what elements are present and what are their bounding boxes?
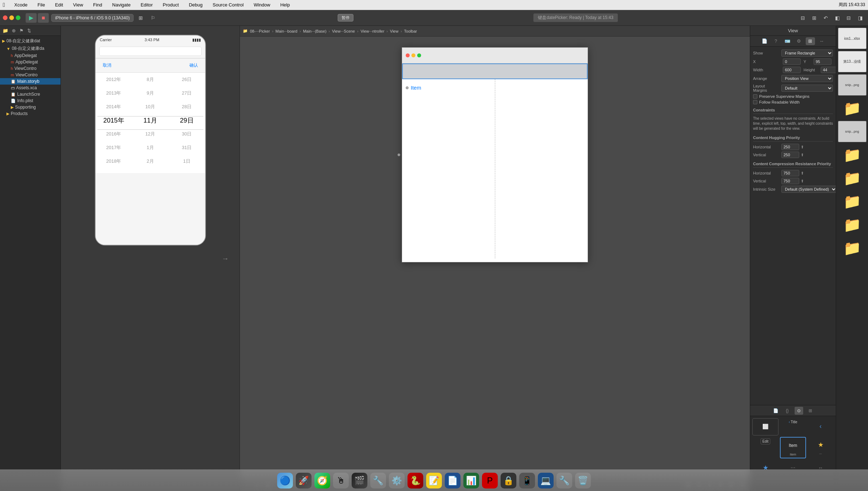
preserve-checkbox[interactable] [753, 94, 757, 99]
editor-standard-icon[interactable]: ⊟ [798, 13, 808, 23]
menu-view[interactable]: View [71, 1, 85, 8]
thumb-folder-chadan[interactable]: 📁 [838, 97, 867, 119]
file-item-mainstoryboard[interactable]: 📋 Main.storyb [0, 78, 61, 85]
obj-tab-file[interactable]: 📄 [772, 407, 780, 415]
menu-file[interactable]: File [35, 1, 47, 8]
filter-nav-icon[interactable]: ⚑ [18, 27, 25, 34]
cancel-button[interactable]: 取消 [101, 62, 114, 68]
dock-xcode[interactable]: 💻 [538, 473, 554, 488]
wc-yellow[interactable] [411, 53, 415, 57]
thumb-folder-desktop[interactable]: 📁 [838, 237, 867, 259]
scheme-selector[interactable]: iPhone 6 - iPhone 6 / iOS 9.0 (13A340) [51, 14, 134, 22]
menu-debug[interactable]: Debug [187, 1, 204, 8]
thumb-snip-png2[interactable]: snip...png [838, 121, 867, 142]
thumb-folder-ksl[interactable]: 📁 [838, 167, 867, 189]
run-button[interactable]: ▶ [25, 13, 37, 23]
storyboard-canvas[interactable]: Item [240, 37, 750, 478]
obj-tab-code[interactable]: {} [783, 407, 792, 415]
breadcrumb-controller[interactable]: View···ntroller [361, 29, 384, 33]
year-column[interactable]: 2012年 2013年 2014年 2015年 2016年 2017年 2018… [96, 73, 132, 173]
maximize-button[interactable] [16, 15, 20, 20]
dock-finder[interactable]: 🔵 [277, 473, 293, 488]
file-item-assets[interactable]: 🗃 Assets.xca [0, 85, 61, 91]
menu-navigate[interactable]: Navigate [110, 1, 132, 8]
breadcrumb-picker[interactable]: 08-···Picker [250, 29, 270, 33]
dock-notes[interactable]: 📝 [426, 473, 442, 488]
intrinsic-dropdown[interactable]: Default (System Defined) [781, 186, 836, 193]
canvas-scene[interactable]: Item [402, 47, 588, 262]
editor-assistant-icon[interactable]: ⊞ [809, 13, 819, 23]
obj-item-title[interactable]: ‹ Title [780, 418, 806, 435]
dock-simulator[interactable]: 📱 [519, 473, 535, 488]
date-picker[interactable]: 2012年 2013年 2014年 2015年 2016年 2017年 2018… [96, 73, 205, 173]
day-column[interactable]: 26日 27日 28日 29日 30日 31日 1日 [169, 73, 205, 173]
show-dropdown[interactable]: Frame Rectangle [781, 49, 833, 57]
hide-inspector-icon[interactable]: ◨ [855, 13, 865, 23]
y-input[interactable] [814, 58, 831, 65]
nav-search-input[interactable] [99, 47, 202, 56]
tab-size[interactable]: ⊞ [806, 37, 815, 45]
menu-help[interactable]: Help [278, 1, 292, 8]
breadcrumb-scene[interactable]: View···Scene [332, 29, 355, 33]
obj-tab-media[interactable]: ⊞ [806, 407, 815, 415]
thumb-folder-zjl[interactable]: 📁 [838, 191, 867, 212]
folder-nav-icon[interactable]: 📁 [1, 27, 9, 34]
file-item-infoplist[interactable]: 📄 Info.plist [0, 97, 61, 104]
layout-margins-dropdown[interactable]: Default [781, 85, 833, 92]
file-item-root[interactable]: ▶ 08-自定义健康dat [0, 37, 61, 45]
breadcrumb-toolbar[interactable]: Toolbar [404, 29, 417, 33]
dock-launchpad[interactable]: 🚀 [296, 473, 312, 488]
ch-priority-input[interactable] [781, 170, 799, 176]
tab-quick-help[interactable]: ? [771, 37, 781, 45]
breadcrumb-view[interactable]: View [390, 29, 399, 33]
confirm-button[interactable]: 确认 [187, 62, 200, 68]
h-priority-input[interactable] [781, 144, 799, 150]
cv-priority-input[interactable] [781, 178, 799, 184]
dock-app1[interactable]: P [482, 473, 498, 488]
file-item-viewcontroller1[interactable]: h ViewContro [0, 65, 61, 72]
month-column[interactable]: 8月 9月 10月 11月 12月 1月 2月 [132, 73, 169, 173]
obj-item-star[interactable]: ★ ··· [807, 437, 834, 458]
file-item-supporting[interactable]: ▶ Supporting [0, 104, 61, 110]
v-priority-stepper[interactable]: ⬆ [801, 153, 804, 157]
tab-connections[interactable]: ↔ [817, 37, 826, 45]
file-item-launchscreen[interactable]: 📋 LaunchScre [0, 91, 61, 97]
menu-xcode[interactable]: Xcode [12, 1, 30, 8]
dock-word[interactable]: 📄 [445, 473, 460, 488]
tab-attributes[interactable]: ⚙ [794, 37, 804, 45]
tab-file[interactable]: 📄 [760, 37, 769, 45]
dock-python[interactable]: 🐍 [408, 473, 423, 488]
dock-secure[interactable]: 🔒 [501, 473, 516, 488]
thumb-ios1-xlsx[interactable]: ios1...xlsx [838, 28, 867, 49]
dock-tools[interactable]: 🔧 [370, 473, 386, 488]
readable-checkbox[interactable] [753, 100, 757, 104]
thumb-folder-07[interactable]: 📁 [838, 144, 867, 166]
wc-green[interactable] [417, 53, 421, 57]
pause-button[interactable]: 暂停 [338, 14, 353, 22]
toolbar-icon-2[interactable]: ⚐ [148, 13, 158, 23]
hide-debug-icon[interactable]: ⊟ [844, 13, 854, 23]
file-item-group[interactable]: ▼ 08-自定义健康da [0, 45, 61, 52]
obj-tab-objects[interactable]: ⊙ [795, 407, 803, 415]
close-button[interactable] [3, 15, 8, 20]
x-input[interactable] [783, 58, 801, 65]
apple-menu[interactable]:  [3, 2, 5, 8]
h-priority-stepper[interactable]: ⬆ [801, 145, 804, 149]
menu-find[interactable]: Find [91, 1, 104, 8]
dock-excel[interactable]: 📊 [463, 473, 479, 488]
wc-red[interactable] [406, 53, 410, 57]
menu-product[interactable]: Product [161, 1, 181, 8]
toolbar-icon-1[interactable]: ⊞ [136, 13, 146, 23]
obj-item-button[interactable]: ⬜ [752, 418, 778, 435]
width-input[interactable] [783, 67, 801, 73]
tab-identity[interactable]: 🪪 [783, 37, 792, 45]
menu-source-control[interactable]: Source Control [211, 1, 246, 8]
dock-tools2[interactable]: 🔧 [556, 473, 572, 488]
file-item-appdelegate1[interactable]: h AppDelegat [0, 52, 61, 59]
arrange-dropdown[interactable]: Position View [781, 75, 833, 82]
thumb-13-yj[interactable]: 第13...业绩 [838, 51, 867, 72]
editor-version-icon[interactable]: ↶ [821, 13, 831, 23]
stop-button[interactable]: ■ [38, 13, 49, 23]
file-item-viewcontroller2[interactable]: m ViewContro [0, 72, 61, 78]
obj-item-back[interactable]: ‹ [807, 418, 834, 435]
